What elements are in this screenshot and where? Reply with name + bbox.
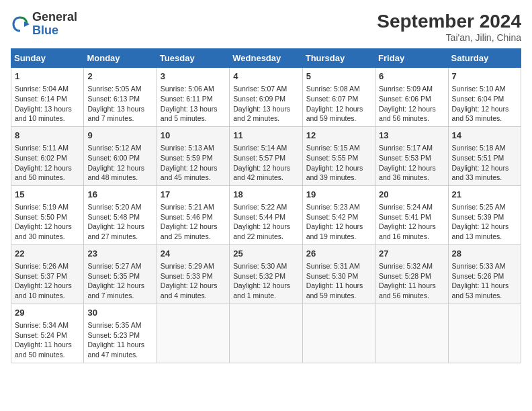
- daylight: Daylight: 12 hours and 25 minutes.: [161, 222, 218, 240]
- daylight: Daylight: 11 hours and 50 minutes.: [15, 340, 72, 359]
- day-number: 12: [306, 130, 371, 142]
- title-block: September 2024 Tai'an, Jilin, China: [377, 11, 521, 43]
- daylight: Daylight: 12 hours and 10 minutes.: [15, 281, 72, 300]
- sunrise: Sunrise: 5:09 AM: [379, 85, 433, 93]
- sunset: Sunset: 6:13 PM: [87, 95, 140, 103]
- day-number: 28: [452, 248, 517, 260]
- month-title: September 2024: [377, 11, 521, 32]
- sunrise: Sunrise: 5:10 AM: [452, 85, 506, 93]
- day-number: 17: [161, 189, 226, 201]
- sunset: Sunset: 5:39 PM: [452, 213, 504, 221]
- sunrise: Sunrise: 5:21 AM: [161, 203, 214, 211]
- day-number: 9: [87, 130, 152, 142]
- daylight: Daylight: 12 hours and 36 minutes.: [379, 164, 436, 182]
- sunset: Sunset: 6:11 PM: [161, 95, 213, 103]
- sunrise: Sunrise: 5:18 AM: [452, 144, 506, 152]
- daylight: Daylight: 12 hours and 53 minutes.: [452, 105, 509, 123]
- sunrise: Sunrise: 5:29 AM: [161, 262, 214, 270]
- calendar-cell: 29Sunrise: 5:34 AMSunset: 5:24 PMDayligh…: [11, 304, 84, 363]
- calendar-cell: 15Sunrise: 5:19 AMSunset: 5:50 PMDayligh…: [11, 185, 84, 244]
- day-number: 8: [15, 130, 80, 142]
- day-number: 22: [15, 248, 80, 260]
- sunrise: Sunrise: 5:26 AM: [15, 262, 69, 270]
- day-number: 27: [379, 248, 444, 260]
- calendar-cell: 7Sunrise: 5:10 AMSunset: 6:04 PMDaylight…: [448, 68, 521, 127]
- daylight: Daylight: 12 hours and 16 minutes.: [379, 222, 436, 240]
- sunrise: Sunrise: 5:32 AM: [379, 262, 433, 270]
- day-number: 7: [452, 71, 517, 83]
- sunset: Sunset: 5:35 PM: [87, 272, 140, 280]
- calendar-header-row: Sunday Monday Tuesday Wednesday Thursday…: [11, 49, 521, 68]
- sunrise: Sunrise: 5:25 AM: [452, 203, 506, 211]
- calendar-cell: 4Sunrise: 5:07 AMSunset: 6:09 PMDaylight…: [230, 68, 302, 127]
- calendar-cell: 17Sunrise: 5:21 AMSunset: 5:46 PMDayligh…: [157, 185, 229, 244]
- day-number: 11: [233, 130, 298, 142]
- calendar-cell: 27Sunrise: 5:32 AMSunset: 5:28 PMDayligh…: [375, 244, 448, 304]
- daylight: Daylight: 11 hours and 56 minutes.: [379, 281, 436, 300]
- header-friday: Friday: [375, 49, 448, 68]
- sunset: Sunset: 5:23 PM: [87, 331, 140, 339]
- daylight: Daylight: 12 hours and 42 minutes.: [233, 164, 290, 182]
- day-number: 4: [233, 71, 298, 83]
- sunset: Sunset: 5:51 PM: [452, 154, 504, 162]
- logo-blue: Blue: [32, 24, 58, 37]
- sunset: Sunset: 6:14 PM: [15, 95, 67, 103]
- sunrise: Sunrise: 5:34 AM: [15, 321, 69, 329]
- daylight: Daylight: 13 hours and 2 minutes.: [233, 105, 290, 123]
- daylight: Daylight: 12 hours and 59 minutes.: [306, 105, 363, 123]
- sunrise: Sunrise: 5:15 AM: [306, 144, 360, 152]
- header-wednesday: Wednesday: [230, 49, 302, 68]
- sunrise: Sunrise: 5:13 AM: [161, 144, 214, 152]
- sunset: Sunset: 5:33 PM: [161, 272, 213, 280]
- sunset: Sunset: 5:26 PM: [452, 272, 504, 280]
- sunrise: Sunrise: 5:35 AM: [87, 321, 141, 329]
- calendar-cell: 18Sunrise: 5:22 AMSunset: 5:44 PMDayligh…: [230, 185, 302, 244]
- day-number: 21: [452, 189, 517, 201]
- daylight: Daylight: 12 hours and 4 minutes.: [161, 281, 218, 300]
- sunset: Sunset: 6:07 PM: [306, 95, 359, 103]
- calendar-cell: 16Sunrise: 5:20 AMSunset: 5:48 PMDayligh…: [84, 185, 157, 244]
- calendar-row: 1Sunrise: 5:04 AMSunset: 6:14 PMDaylight…: [11, 68, 521, 127]
- calendar-cell: 25Sunrise: 5:30 AMSunset: 5:32 PMDayligh…: [230, 244, 302, 304]
- sunset: Sunset: 5:41 PM: [379, 213, 431, 221]
- calendar-row: 15Sunrise: 5:19 AMSunset: 5:50 PMDayligh…: [11, 185, 521, 244]
- daylight: Daylight: 12 hours and 7 minutes.: [87, 281, 144, 300]
- calendar-cell: 12Sunrise: 5:15 AMSunset: 5:55 PMDayligh…: [302, 126, 375, 185]
- daylight: Daylight: 12 hours and 33 minutes.: [452, 164, 509, 182]
- sunset: Sunset: 6:06 PM: [379, 95, 431, 103]
- day-number: 13: [379, 130, 444, 142]
- sunset: Sunset: 5:44 PM: [233, 213, 285, 221]
- sunrise: Sunrise: 5:05 AM: [87, 85, 141, 93]
- daylight: Daylight: 11 hours and 47 minutes.: [87, 340, 144, 359]
- calendar-cell: 26Sunrise: 5:31 AMSunset: 5:30 PMDayligh…: [302, 244, 375, 304]
- logo: General Blue: [11, 11, 77, 38]
- calendar-row: 8Sunrise: 5:11 AMSunset: 6:02 PMDaylight…: [11, 126, 521, 185]
- calendar-table: Sunday Monday Tuesday Wednesday Thursday…: [11, 48, 521, 363]
- empty-cell: [375, 304, 448, 363]
- calendar-cell: 10Sunrise: 5:13 AMSunset: 5:59 PMDayligh…: [157, 126, 229, 185]
- daylight: Daylight: 11 hours and 53 minutes.: [452, 281, 509, 300]
- daylight: Daylight: 11 hours and 59 minutes.: [306, 281, 363, 300]
- calendar-cell: 19Sunrise: 5:23 AMSunset: 5:42 PMDayligh…: [302, 185, 375, 244]
- day-number: 18: [233, 189, 298, 201]
- sunset: Sunset: 5:53 PM: [379, 154, 431, 162]
- daylight: Daylight: 12 hours and 13 minutes.: [452, 222, 509, 240]
- sunrise: Sunrise: 5:23 AM: [306, 203, 360, 211]
- sunrise: Sunrise: 5:12 AM: [87, 144, 141, 152]
- calendar-cell: 21Sunrise: 5:25 AMSunset: 5:39 PMDayligh…: [448, 185, 521, 244]
- sunset: Sunset: 5:30 PM: [306, 272, 359, 280]
- day-number: 30: [87, 307, 152, 319]
- day-number: 10: [161, 130, 226, 142]
- daylight: Daylight: 13 hours and 10 minutes.: [15, 105, 72, 123]
- daylight: Daylight: 12 hours and 48 minutes.: [87, 164, 144, 182]
- daylight: Daylight: 12 hours and 1 minute.: [233, 281, 290, 300]
- day-number: 16: [87, 189, 152, 201]
- sunrise: Sunrise: 5:11 AM: [15, 144, 69, 152]
- calendar-cell: 2Sunrise: 5:05 AMSunset: 6:13 PMDaylight…: [84, 68, 157, 127]
- empty-cell: [230, 304, 302, 363]
- sunrise: Sunrise: 5:30 AM: [233, 262, 287, 270]
- calendar-cell: 5Sunrise: 5:08 AMSunset: 6:07 PMDaylight…: [302, 68, 375, 127]
- calendar-row: 29Sunrise: 5:34 AMSunset: 5:24 PMDayligh…: [11, 304, 521, 363]
- sunset: Sunset: 5:57 PM: [233, 154, 285, 162]
- sunset: Sunset: 5:42 PM: [306, 213, 359, 221]
